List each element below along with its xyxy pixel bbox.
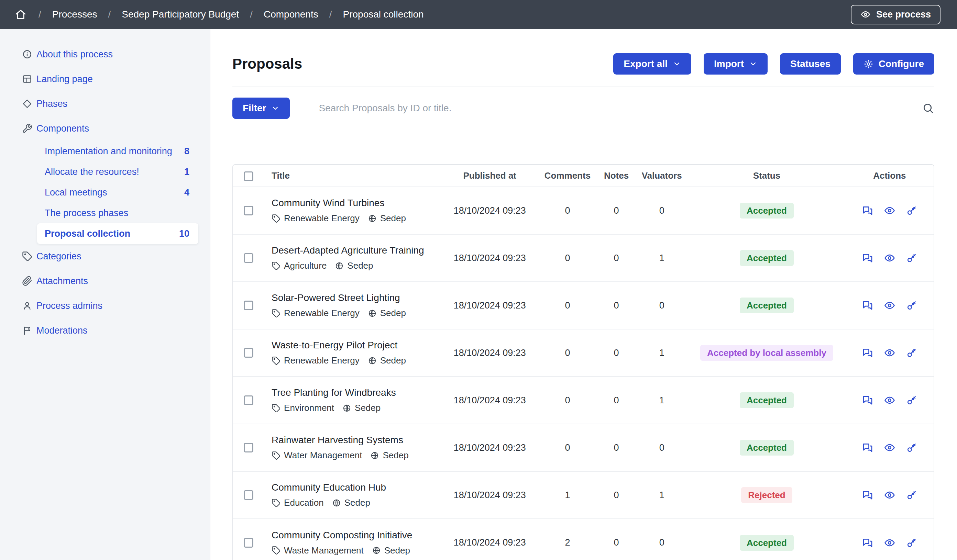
preview-icon[interactable] bbox=[884, 252, 895, 264]
sidebar-item-allocate-the-resources[interactable]: Allocate the resources! 1 bbox=[37, 161, 198, 182]
actions-cell bbox=[846, 282, 933, 329]
proposal-category: Renewable Energy bbox=[284, 213, 360, 224]
home-icon[interactable] bbox=[14, 8, 27, 21]
proposal-meta: Renewable Energy Sedep bbox=[272, 308, 438, 319]
answer-icon[interactable] bbox=[862, 489, 873, 501]
user-icon bbox=[22, 301, 32, 311]
permissions-icon[interactable] bbox=[906, 537, 918, 549]
sidebar-item-components[interactable]: Components bbox=[0, 116, 210, 141]
preview-icon[interactable] bbox=[884, 300, 895, 311]
proposal-scope: Sedep bbox=[380, 213, 406, 224]
column-header-notes: Notes bbox=[597, 165, 636, 187]
proposal-title[interactable]: Community Composting Initiative bbox=[272, 530, 438, 541]
tag-icon bbox=[272, 546, 281, 555]
components-icon bbox=[22, 123, 32, 134]
proposal-category: Renewable Energy bbox=[284, 308, 360, 319]
answer-icon[interactable] bbox=[862, 442, 873, 453]
answer-icon[interactable] bbox=[862, 347, 873, 359]
permissions-icon[interactable] bbox=[906, 252, 918, 264]
row-checkbox[interactable] bbox=[244, 301, 253, 310]
breadcrumb-item[interactable]: Proposal collection bbox=[343, 9, 424, 20]
sidebar-item-label: Local meetings bbox=[45, 187, 107, 198]
breadcrumb-item[interactable]: Processes bbox=[52, 9, 97, 20]
sidebar-item-local-meetings[interactable]: Local meetings 4 bbox=[37, 182, 198, 203]
preview-icon[interactable] bbox=[884, 394, 895, 406]
row-checkbox[interactable] bbox=[244, 253, 253, 263]
comments-count: 2 bbox=[538, 519, 597, 560]
sidebar-item-attachments[interactable]: Attachments bbox=[0, 269, 210, 293]
row-checkbox[interactable] bbox=[244, 348, 253, 358]
filter-button[interactable]: Filter bbox=[232, 98, 290, 119]
sidebar-item-implementation-and-monitoring[interactable]: Implementation and monitoring 8 bbox=[37, 141, 198, 161]
proposal-title[interactable]: Desert-Adapted Agriculture Training bbox=[272, 245, 438, 256]
proposal-scope: Sedep bbox=[384, 545, 410, 556]
proposals-table: TitlePublished atCommentsNotesValuatorsS… bbox=[232, 164, 934, 560]
answer-icon[interactable] bbox=[862, 394, 873, 406]
row-checkbox[interactable] bbox=[244, 490, 253, 500]
valuators-count: 1 bbox=[636, 329, 688, 377]
row-checkbox[interactable] bbox=[244, 206, 253, 215]
permissions-icon[interactable] bbox=[906, 300, 918, 311]
preview-icon[interactable] bbox=[884, 489, 895, 501]
answer-icon[interactable] bbox=[862, 537, 873, 549]
search-icon[interactable] bbox=[922, 102, 934, 114]
comments-count: 0 bbox=[538, 424, 597, 472]
column-header-status: Status bbox=[688, 165, 845, 187]
row-checkbox[interactable] bbox=[244, 396, 253, 405]
status-badge: Accepted by local assembly bbox=[700, 345, 833, 361]
breadcrumb-item[interactable]: Sedep Participatory Budget bbox=[122, 9, 239, 20]
divider bbox=[232, 87, 934, 87]
preview-icon[interactable] bbox=[884, 205, 895, 216]
proposal-title[interactable]: Tree Planting for Windbreaks bbox=[272, 387, 438, 398]
preview-icon[interactable] bbox=[884, 442, 895, 453]
proposal-title[interactable]: Community Education Hub bbox=[272, 482, 438, 493]
breadcrumb-item[interactable]: Components bbox=[264, 9, 318, 20]
sidebar-item-categories[interactable]: Categories bbox=[0, 244, 210, 269]
column-header-comments: Comments bbox=[538, 165, 597, 187]
sidebar-item-about-this-process[interactable]: About this process bbox=[0, 42, 210, 67]
statuses-button[interactable]: Statuses bbox=[780, 53, 841, 74]
sidebar-item-moderations[interactable]: Moderations bbox=[0, 318, 210, 343]
table-row: Solar-Powered Street Lighting Renewable … bbox=[233, 282, 933, 329]
select-all-checkbox[interactable] bbox=[244, 172, 253, 181]
preview-icon[interactable] bbox=[884, 537, 895, 549]
permissions-icon[interactable] bbox=[906, 347, 918, 359]
permissions-icon[interactable] bbox=[906, 442, 918, 453]
export-all-button[interactable]: Export all bbox=[613, 53, 691, 74]
proposal-title[interactable]: Rainwater Harvesting Systems bbox=[272, 435, 438, 446]
sidebar-item-label: Phases bbox=[36, 99, 67, 109]
proposal-title[interactable]: Solar-Powered Street Lighting bbox=[272, 292, 438, 303]
answer-icon[interactable] bbox=[862, 252, 873, 264]
answer-icon[interactable] bbox=[862, 205, 873, 216]
permissions-icon[interactable] bbox=[906, 489, 918, 501]
column-header-actions: Actions bbox=[846, 165, 933, 187]
row-checkbox[interactable] bbox=[244, 443, 253, 453]
proposal-scope: Sedep bbox=[355, 403, 381, 413]
search-input[interactable] bbox=[290, 103, 922, 114]
sidebar-item-landing-page[interactable]: Landing page bbox=[0, 67, 210, 91]
notes-count: 0 bbox=[597, 519, 636, 560]
sidebar-item-phases[interactable]: Phases bbox=[0, 91, 210, 116]
sidebar-item-the-process-phases[interactable]: The process phases bbox=[37, 203, 198, 223]
valuators-count: 0 bbox=[636, 424, 688, 472]
published-at: 18/10/2024 09:23 bbox=[442, 187, 538, 234]
import-button[interactable]: Import bbox=[704, 53, 767, 74]
flag-icon bbox=[22, 325, 32, 336]
sidebar-item-proposal-collection[interactable]: Proposal collection 10 bbox=[37, 223, 198, 244]
configure-button[interactable]: Configure bbox=[853, 53, 934, 74]
row-checkbox[interactable] bbox=[244, 538, 253, 547]
permissions-icon[interactable] bbox=[906, 205, 918, 216]
sidebar-item-process-admins[interactable]: Process admins bbox=[0, 293, 210, 318]
preview-icon[interactable] bbox=[884, 347, 895, 359]
proposal-title[interactable]: Waste-to-Energy Pilot Project bbox=[272, 340, 438, 351]
notes-count: 0 bbox=[597, 424, 636, 472]
paperclip-icon bbox=[22, 276, 32, 286]
permissions-icon[interactable] bbox=[906, 394, 918, 406]
tag-icon bbox=[272, 498, 281, 508]
proposal-title[interactable]: Community Wind Turbines bbox=[272, 197, 438, 208]
answer-icon[interactable] bbox=[862, 300, 873, 311]
proposal-category: Agriculture bbox=[284, 260, 327, 271]
main-content: Proposals Export all Import Statuses Con… bbox=[210, 29, 957, 560]
see-process-button[interactable]: See process bbox=[851, 5, 941, 24]
page-head: Proposals Export all Import Statuses Con… bbox=[232, 53, 934, 75]
